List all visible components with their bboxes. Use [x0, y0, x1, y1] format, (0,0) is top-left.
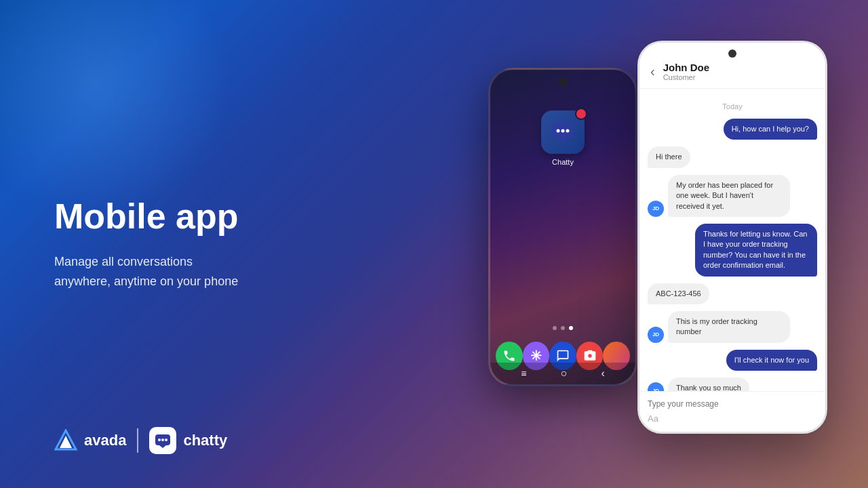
- message-bubble-3: My order has been placed for one week. B…: [668, 175, 790, 217]
- camera-icon: [583, 349, 597, 363]
- app-grid: Chatty: [541, 110, 585, 166]
- subtitle-line1: Manage all conversations: [54, 255, 193, 268]
- hero-section: Mobile app Manage all conversations anyw…: [54, 197, 239, 291]
- date-divider: Today: [648, 102, 817, 110]
- chat-input-area: Aa: [639, 391, 825, 432]
- bottom-logo-area: avada chatty: [54, 427, 227, 454]
- dot-2: [561, 326, 565, 330]
- message-bubble-1: Hi, how can I help you?: [724, 119, 817, 140]
- chat-contact-name: John Doe: [663, 62, 814, 73]
- avada-logo: avada: [54, 429, 126, 452]
- chatty-app-icon-container[interactable]: Chatty: [541, 110, 585, 166]
- avatar-jd-2: JD: [648, 327, 664, 343]
- nav-back[interactable]: ‹: [601, 367, 605, 380]
- phones-container: Chatty ✳: [488, 41, 827, 447]
- homescreen-notch: [559, 78, 567, 86]
- svg-point-4: [161, 439, 164, 441]
- notification-badge: [575, 108, 587, 120]
- message-bubble-2: Hi there: [648, 146, 690, 167]
- chatty-icon: [149, 427, 176, 454]
- chat-messages-area: Today Hi, how can I help you? Hi there J…: [639, 89, 825, 403]
- logo-divider: [137, 428, 138, 453]
- message-row-3: JD My order has been placed for one week…: [648, 175, 817, 217]
- chat-input-toolbar: Aa: [648, 413, 817, 424]
- message-row-6: JD This is my order tracking number: [648, 311, 817, 343]
- nav-home[interactable]: ○: [561, 367, 568, 380]
- nav-menu[interactable]: ≡: [521, 368, 526, 379]
- dot-1: [553, 326, 557, 330]
- phone-homescreen: Chatty ✳: [488, 68, 637, 386]
- chatty-app-icon-svg: [551, 120, 575, 144]
- svg-point-8: [561, 129, 565, 133]
- chat-icon: [556, 349, 570, 363]
- message-row-7: I'll check it now for you: [648, 350, 817, 371]
- svg-point-7: [557, 129, 560, 133]
- chatty-app-icon[interactable]: [541, 110, 585, 154]
- chat-input[interactable]: [648, 399, 817, 409]
- svg-point-3: [158, 439, 161, 441]
- chat-notch: [728, 49, 736, 58]
- android-navbar: ≡ ○ ‹: [490, 363, 635, 384]
- back-button[interactable]: ‹: [650, 64, 655, 79]
- subtitle-line2: anywhere, anytime on your phone: [54, 274, 238, 288]
- svg-point-5: [165, 439, 167, 441]
- main-title: Mobile app: [54, 197, 239, 236]
- phone-icon: [502, 349, 516, 363]
- avatar-jd-1: JD: [648, 201, 664, 217]
- subtitle: Manage all conversations anywhere, anyti…: [54, 252, 239, 291]
- message-bubble-7: I'll check it now for you: [726, 350, 817, 371]
- message-row-4: Thanks for letting us know. Can I have y…: [648, 224, 817, 277]
- page-dots: [553, 326, 573, 330]
- message-bubble-6: This is my order tracking number: [668, 311, 790, 343]
- phone-chat: ‹ John Doe Customer Today Hi, how can I …: [637, 41, 827, 434]
- chat-contact-role: Customer: [663, 73, 814, 81]
- avada-text: avada: [84, 432, 126, 449]
- chatty-text: chatty: [183, 432, 227, 449]
- chatty-logo: chatty: [149, 427, 227, 454]
- message-row-1: Hi, how can I help you?: [648, 119, 817, 140]
- dot-3-active: [569, 326, 573, 330]
- message-bubble-5: ABC-123-456: [648, 283, 709, 304]
- svg-point-9: [566, 129, 570, 133]
- app-label: Chatty: [552, 158, 574, 166]
- chatty-icon-svg: [154, 432, 172, 449]
- avada-icon: [54, 429, 77, 452]
- text-format-icon[interactable]: Aa: [648, 413, 658, 424]
- message-row-5: ABC-123-456: [648, 283, 817, 304]
- message-bubble-4: Thanks for letting us know. Can I have y…: [695, 224, 817, 277]
- chat-header-info: John Doe Customer: [663, 62, 814, 81]
- message-row-2: Hi there: [648, 146, 817, 167]
